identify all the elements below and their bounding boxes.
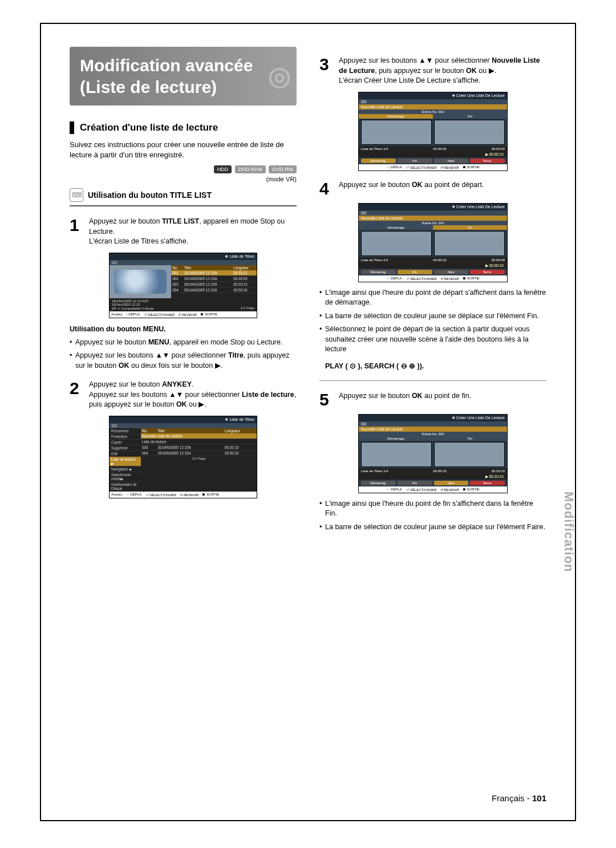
step-body: Appuyez sur le bouton ANYKEY. Appuyez su… <box>89 380 297 410</box>
text: L'écran Liste de Titres s'affiche. <box>89 237 188 245</box>
osd-bar: DD <box>110 260 257 265</box>
text: Appuyez sur le bouton <box>89 217 162 225</box>
table-row: 00425/JAN/2005 12:15A00:50:16 <box>171 287 257 293</box>
osd-footer: Anykey↔ DÉPLA.⏎ SÉLECTIONNER↺ REVENIR⏹ S… <box>110 492 257 498</box>
osd-selected-row: Nouvelle Liste de Lecture <box>359 104 507 109</box>
divider <box>319 380 546 381</box>
sub-heading: Utilisation du bouton TITLE LIST <box>88 190 212 200</box>
osd-anykey-menu: Liste de Titres DD RenommerProtectionCop… <box>109 416 257 498</box>
osd-create-playlist-c: Créer Une Liste De Lecture DD Nouvelle L… <box>358 414 508 493</box>
list-item: L'image ainsi que l'heure du point de dé… <box>319 288 546 308</box>
list-item: La barre de sélection de couleur jaune s… <box>319 522 546 533</box>
text: DD <box>112 261 117 265</box>
divider <box>70 205 297 206</box>
side-tab: Modification <box>561 492 576 573</box>
step4-bullets: L'image ainsi que l'heure du point de dé… <box>319 288 546 355</box>
manual-page: Modification ◎ Modification avancée (Lis… <box>40 23 576 821</box>
step-number: 2 <box>70 380 83 410</box>
col-len: Longueur <box>232 265 257 270</box>
osd-list: No.TitreLongueur Nouvelle Liste de Lectu… <box>141 428 257 492</box>
osd-preview <box>110 265 171 298</box>
col-no: No. <box>171 265 183 270</box>
list-item: La barre de sélection de couleur jaune s… <box>319 311 546 322</box>
list-item: Appuyez sur les boutons ▲▼ pour sélectio… <box>70 351 297 371</box>
osd-footer: Anykey↕ DÉPLA.⏎ SÉLECTIONNER↺ REVENIR⏹ S… <box>110 311 257 318</box>
dvdram-badge: DVD-RAM <box>235 165 266 173</box>
step-number: 4 <box>319 180 333 197</box>
table-row: Nouvelle Liste de Lecture <box>141 433 257 439</box>
step-body: Appuyez sur le bouton OK au point de fin… <box>339 391 471 408</box>
mode-note: (mode VR) <box>70 176 297 182</box>
footer-lang: Français <box>492 793 525 803</box>
play-search-line: PLAY ( ⊙ ), SEARCH ( ⊖ ⊕ )). <box>325 362 546 370</box>
media-support: HDD DVD-RAM DVD-RW <box>70 165 297 173</box>
step5-bullets: L'image ainsi que l'heure du point de fi… <box>319 499 546 533</box>
osd-create-playlist-a: Créer Une Liste De Lecture DD Nouvelle L… <box>358 92 508 171</box>
section-heading-text: Création d'une liste de lecture <box>80 122 218 133</box>
left-column: ◎ Modification avancée (Liste de lecture… <box>70 47 297 782</box>
table-row: 00118/JAN/2005 12:15A00:10:21 <box>171 270 257 276</box>
scene-label: Scène No. 001 <box>359 109 507 114</box>
table-row: 00219/JAN/2005 12:15A00:40:03 <box>171 275 257 281</box>
step-1: 1 Appuyez sur le bouton TITLE LIST, appa… <box>70 217 297 247</box>
step-4: 4 Appuyez sur le bouton OK au point de d… <box>319 180 546 197</box>
osd-header: Créer Une Liste De Lecture <box>359 92 507 99</box>
table-row: 00425/JAN/2005 12:15A00:50:16 <box>141 450 257 456</box>
right-column: 3 Appuyez sur les boutons ▲▼ pour sélect… <box>319 47 546 782</box>
menu-subhead: Utilisation du bouton MENU. <box>70 325 297 333</box>
intro-text: Suivez ces instructions pour créer une n… <box>70 140 297 160</box>
step-body: Appuyez sur les boutons ▲▼ pour sélectio… <box>339 56 546 86</box>
step-number: 3 <box>319 56 333 86</box>
dvdrw-badge: DVD-RW <box>269 165 297 173</box>
osd-info: 18/JAN/2005 12:15 AVS 18/Jan/2005 12:15 … <box>110 298 257 311</box>
list-item: Appuyez sur le bouton MENU, appareil en … <box>70 338 297 348</box>
osd-list: No.TitreLongueur 00118/JAN/2005 12:15A00… <box>171 265 257 298</box>
osd-header: Liste de Titres <box>110 416 257 423</box>
osd-title-list: Liste de Titres DD No.TitreLongueur 0011… <box>109 253 257 318</box>
osd-menu: RenommerProtectionCopier SupprimerEdit L… <box>110 428 141 492</box>
list-item: Sélectionnez le point de départ de la se… <box>319 324 546 355</box>
osd-header: Créer Une Liste De Lecture <box>359 204 507 210</box>
title-line1: Modification avancée <box>80 56 253 75</box>
osd-header: Créer Une Liste De Lecture <box>359 415 507 421</box>
title-line2: (Liste de lecture) <box>80 78 217 96</box>
step-3: 3 Appuyez sur les boutons ▲▼ pour sélect… <box>319 56 546 86</box>
osd-bar: DD <box>110 423 257 428</box>
title-list-icon: ⌨ <box>70 188 83 202</box>
table-row: 00320/JAN/2005 12:15A00:20:15 <box>171 281 257 287</box>
osd-create-playlist-b: Créer Une Liste De Lecture DD Nouvelle L… <box>358 203 508 282</box>
ripple-icon: ◎ <box>268 60 291 93</box>
step-2: 2 Appuyez sur le bouton ANYKEY. Appuyez … <box>70 380 297 410</box>
table-row: Liste de lecture <box>141 439 257 444</box>
page-title: ◎ Modification avancée (Liste de lecture… <box>70 47 297 106</box>
section-heading: Création d'une liste de lecture <box>70 121 297 134</box>
step-5: 5 Appuyez sur le bouton OK au point de f… <box>319 391 546 408</box>
list-item: L'image ainsi que l'heure du point de fi… <box>319 499 546 519</box>
text-bold: TITLE LIST <box>162 217 199 225</box>
footer-page: 101 <box>532 793 546 803</box>
menu-bullets: Appuyez sur le bouton MENU, appareil en … <box>70 338 297 371</box>
hdd-badge: HDD <box>214 165 232 173</box>
step-number: 5 <box>319 391 333 408</box>
table-row: 00320/JAN/2005 12:15A00:20:15 <box>141 444 257 450</box>
step-body: Appuyez sur le bouton OK au point de dép… <box>339 180 484 197</box>
page-footer: Français - 101 <box>70 782 546 803</box>
col-titre: Titre <box>183 265 233 270</box>
osd-header: Liste de Titres <box>110 253 257 260</box>
step-number: 1 <box>70 217 83 247</box>
step-body: Appuyez sur le bouton TITLE LIST, appare… <box>89 217 297 247</box>
